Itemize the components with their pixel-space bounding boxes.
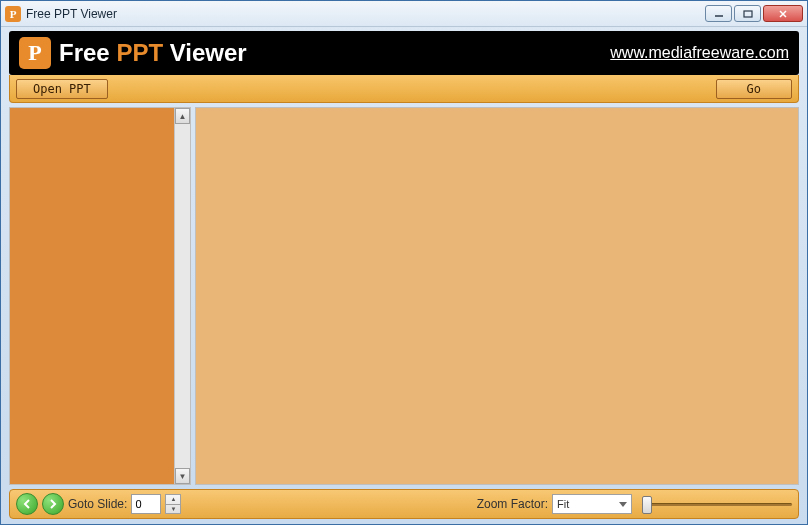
slider-track	[642, 503, 792, 506]
stepper-down-icon[interactable]: ▼	[166, 505, 180, 514]
stepper-up-icon[interactable]: ▲	[166, 495, 180, 505]
slide-viewer	[195, 107, 799, 485]
slide-stepper[interactable]: ▲ ▼	[165, 494, 181, 514]
header: P Free PPT Viewer www.mediafreeware.com	[9, 31, 799, 75]
app-window: P Free PPT Viewer P Free PPT Viewer www.…	[0, 0, 808, 525]
statusbar: Goto Slide: ▲ ▼ Zoom Factor: Fit	[9, 489, 799, 519]
go-button[interactable]: Go	[716, 79, 792, 99]
thumbnail-scrollbar[interactable]: ▲ ▼	[174, 108, 190, 484]
scroll-up-button[interactable]: ▲	[175, 108, 190, 124]
goto-slide-label: Goto Slide:	[68, 497, 127, 511]
app-icon: P	[5, 6, 21, 22]
content-area: ▲ ▼	[9, 107, 799, 485]
title-prefix: Free	[59, 39, 116, 66]
zoom-factor-label: Zoom Factor:	[477, 497, 548, 511]
thumbnail-list	[10, 108, 174, 484]
zoom-value: Fit	[557, 498, 569, 510]
zoom-slider[interactable]	[642, 494, 792, 514]
goto-slide-input[interactable]	[131, 494, 161, 514]
toolbar: Open PPT Go	[9, 75, 799, 103]
close-button[interactable]	[763, 5, 803, 22]
scroll-track[interactable]	[175, 124, 190, 468]
titlebar: P Free PPT Viewer	[1, 1, 807, 27]
next-slide-button[interactable]	[42, 493, 64, 515]
window-title: Free PPT Viewer	[26, 7, 705, 21]
website-link[interactable]: www.mediafreeware.com	[610, 44, 789, 62]
slider-thumb[interactable]	[642, 496, 652, 514]
slide-thumbnail-panel: ▲ ▼	[9, 107, 191, 485]
minimize-button[interactable]	[705, 5, 732, 22]
maximize-button[interactable]	[734, 5, 761, 22]
app-title: Free PPT Viewer	[59, 39, 610, 67]
title-accent: PPT	[116, 39, 163, 66]
svg-rect-1	[744, 11, 752, 17]
title-suffix: Viewer	[163, 39, 247, 66]
zoom-select[interactable]: Fit	[552, 494, 632, 514]
window-controls	[705, 5, 803, 22]
scroll-down-button[interactable]: ▼	[175, 468, 190, 484]
open-ppt-button[interactable]: Open PPT	[16, 79, 108, 99]
logo-icon: P	[19, 37, 51, 69]
prev-slide-button[interactable]	[16, 493, 38, 515]
